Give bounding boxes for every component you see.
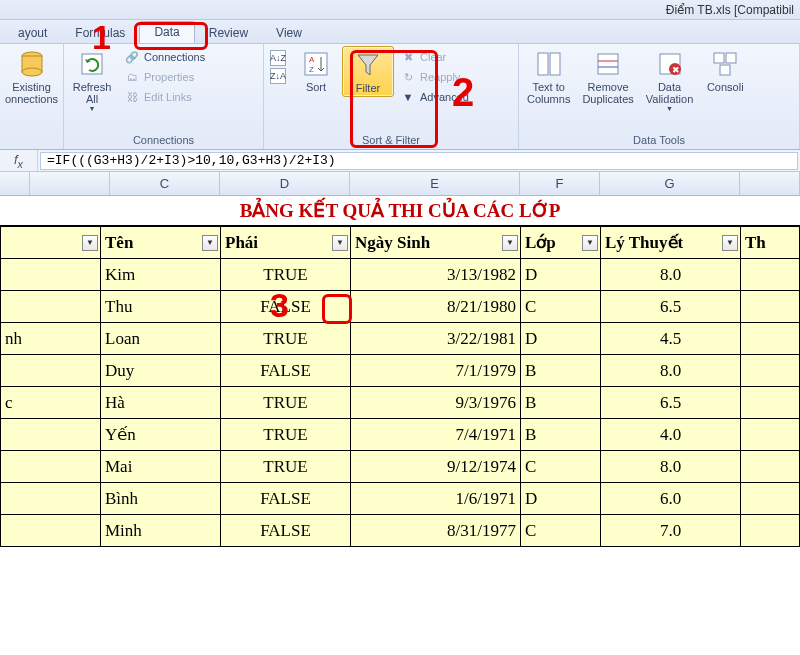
cell-lop[interactable]: D <box>521 323 601 355</box>
connections-button[interactable]: 🔗 Connections <box>122 48 207 66</box>
cell[interactable] <box>741 419 800 451</box>
cell-lop[interactable]: B <box>521 387 601 419</box>
cell-lop[interactable]: D <box>521 259 601 291</box>
cell-lythuyet[interactable]: 6.5 <box>601 387 741 419</box>
cell-ten[interactable]: Bình <box>101 483 221 515</box>
table-row[interactable]: YếnTRUE7/4/1971B4.0 <box>1 419 800 451</box>
cell-phai[interactable]: FALSE <box>221 291 351 323</box>
cell-ten[interactable]: Loan <box>101 323 221 355</box>
cell-lythuyet[interactable]: 6.5 <box>601 291 741 323</box>
cell[interactable] <box>1 483 101 515</box>
cell-lop[interactable]: C <box>521 291 601 323</box>
existing-connections-button[interactable]: Existing onnections <box>2 46 61 107</box>
tab-view[interactable]: View <box>262 23 316 43</box>
cell-lop[interactable]: C <box>521 515 601 547</box>
cell[interactable] <box>741 451 800 483</box>
table-row[interactable]: nhLoanTRUE3/22/1981D4.5 <box>1 323 800 355</box>
cell-ngaysinh[interactable]: 3/13/1982 <box>351 259 521 291</box>
cell[interactable] <box>1 451 101 483</box>
filter-button[interactable]: Filter <box>342 46 394 97</box>
cell[interactable] <box>741 483 800 515</box>
col-g[interactable]: G <box>600 172 740 195</box>
cell-ten[interactable]: Kim <box>101 259 221 291</box>
remove-duplicates-button[interactable]: Remove Duplicates <box>576 46 639 107</box>
cell-lop[interactable]: D <box>521 483 601 515</box>
col-f[interactable]: F <box>520 172 600 195</box>
cell-lop[interactable]: B <box>521 419 601 451</box>
cell-lythuyet[interactable]: 4.0 <box>601 419 741 451</box>
cell-lythuyet[interactable]: 8.0 <box>601 355 741 387</box>
cell[interactable] <box>741 387 800 419</box>
cell-ngaysinh[interactable]: 8/31/1977 <box>351 515 521 547</box>
cell-ngaysinh[interactable]: 8/21/1980 <box>351 291 521 323</box>
cell[interactable] <box>1 259 101 291</box>
cell-ngaysinh[interactable]: 9/3/1976 <box>351 387 521 419</box>
cell-phai[interactable]: TRUE <box>221 259 351 291</box>
cell-ten[interactable]: Duy <box>101 355 221 387</box>
table-row[interactable]: ThuFALSE8/21/1980C6.5 <box>1 291 800 323</box>
col-d[interactable]: D <box>220 172 350 195</box>
cell-ten[interactable]: Hà <box>101 387 221 419</box>
edit-links-button[interactable]: ⛓ Edit Links <box>122 88 207 106</box>
tab-data[interactable]: Data <box>139 21 194 43</box>
filter-arrow[interactable]: ▼ <box>722 235 738 251</box>
sort-desc-icon[interactable]: Z↓A <box>270 68 286 84</box>
cell-ngaysinh[interactable]: 1/6/1971 <box>351 483 521 515</box>
cell-lythuyet[interactable]: 8.0 <box>601 259 741 291</box>
reapply-button[interactable]: ↻ Reapply <box>398 68 471 86</box>
table-row[interactable]: KimTRUE3/13/1982D8.0 <box>1 259 800 291</box>
table-row[interactable]: BìnhFALSE1/6/1971D6.0 <box>1 483 800 515</box>
col-c[interactable]: C <box>110 172 220 195</box>
cell-ngaysinh[interactable]: 3/22/1981 <box>351 323 521 355</box>
text-to-columns-button[interactable]: Text to Columns <box>521 46 576 107</box>
table-row[interactable]: DuyFALSE7/1/1979B8.0 <box>1 355 800 387</box>
cell-phai[interactable]: FALSE <box>221 515 351 547</box>
cell[interactable] <box>741 355 800 387</box>
cell-lop[interactable]: B <box>521 355 601 387</box>
cell-lythuyet[interactable]: 4.5 <box>601 323 741 355</box>
cell-phai[interactable]: FALSE <box>221 355 351 387</box>
data-validation-button[interactable]: ✖ Data Validation ▼ <box>640 46 700 114</box>
table-row[interactable]: MinhFALSE8/31/1977C7.0 <box>1 515 800 547</box>
cell[interactable] <box>741 515 800 547</box>
cell-phai[interactable]: FALSE <box>221 483 351 515</box>
table-row[interactable]: cHàTRUE9/3/1976B6.5 <box>1 387 800 419</box>
consolidate-button[interactable]: Consoli <box>699 46 751 95</box>
cell[interactable] <box>1 419 101 451</box>
col-e[interactable]: E <box>350 172 520 195</box>
th-blank[interactable]: ▼ <box>1 227 101 259</box>
clear-button[interactable]: ✖ Clear <box>398 48 471 66</box>
advanced-button[interactable]: ▼ Advanced <box>398 88 471 106</box>
cell-phai[interactable]: TRUE <box>221 419 351 451</box>
cell-ten[interactable]: Minh <box>101 515 221 547</box>
cell-phai[interactable]: TRUE <box>221 451 351 483</box>
th-lythuyet[interactable]: Lý Thuyết▼ <box>601 227 741 259</box>
row-header-gutter[interactable] <box>0 172 30 195</box>
sort-button[interactable]: AZ Sort <box>290 46 342 95</box>
refresh-all-button[interactable]: Refresh All ▼ <box>66 46 118 114</box>
filter-arrow[interactable]: ▼ <box>582 235 598 251</box>
th-ten[interactable]: Tên▼ <box>101 227 221 259</box>
cell-ngaysinh[interactable]: 7/4/1971 <box>351 419 521 451</box>
cell-lop[interactable]: C <box>521 451 601 483</box>
filter-arrow[interactable]: ▼ <box>202 235 218 251</box>
properties-button[interactable]: 🗂 Properties <box>122 68 207 86</box>
cell[interactable] <box>1 291 101 323</box>
tab-formulas[interactable]: Formulas <box>61 23 139 43</box>
cell-lythuyet[interactable]: 8.0 <box>601 451 741 483</box>
th-th[interactable]: Th <box>741 227 800 259</box>
cell[interactable]: c <box>1 387 101 419</box>
tab-layout[interactable]: ayout <box>4 23 61 43</box>
cell-lythuyet[interactable]: 6.0 <box>601 483 741 515</box>
th-ngaysinh[interactable]: Ngày Sinh▼ <box>351 227 521 259</box>
tab-review[interactable]: Review <box>195 23 262 43</box>
sort-asc-icon[interactable]: A↓Z <box>270 50 286 66</box>
cell-phai[interactable]: TRUE <box>221 387 351 419</box>
filter-arrow[interactable]: ▼ <box>82 235 98 251</box>
cell[interactable] <box>741 323 800 355</box>
table-row[interactable]: MaiTRUE9/12/1974C8.0 <box>1 451 800 483</box>
cell[interactable]: nh <box>1 323 101 355</box>
cell-phai[interactable]: TRUE <box>221 323 351 355</box>
cell-ten[interactable]: Mai <box>101 451 221 483</box>
cell[interactable] <box>1 355 101 387</box>
